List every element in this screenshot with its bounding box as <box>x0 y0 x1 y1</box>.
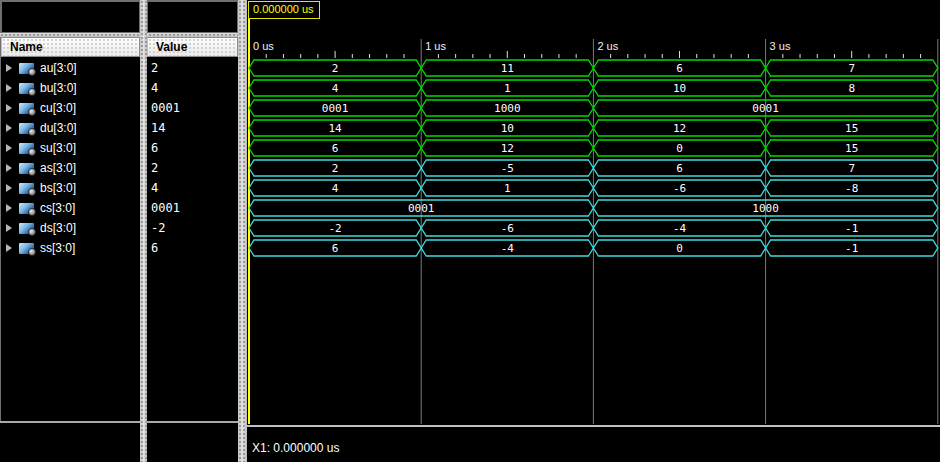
bus-segment-value: 0001 <box>322 102 349 115</box>
bus-signal-icon <box>19 223 34 234</box>
bus-segment-value: 6 <box>676 162 683 175</box>
ruler-time-label: 1 us <box>425 40 446 52</box>
signal-name-label: ss[3:0] <box>40 241 75 255</box>
signal-current-value: -2 <box>147 218 238 238</box>
expand-arrow-icon[interactable] <box>6 144 12 152</box>
ruler-time-label: 2 us <box>597 40 618 52</box>
signal-row[interactable]: du[3:0] <box>1 118 140 138</box>
bus-segment-value: 1 <box>504 182 511 195</box>
bus-signal-icon <box>19 183 34 194</box>
value-wave-splitter[interactable] <box>238 0 247 462</box>
name-panel-toolbar-area <box>1 1 140 33</box>
bus-signal-icon <box>19 243 34 254</box>
expand-arrow-icon[interactable] <box>6 104 12 112</box>
signal-current-value: 0001 <box>147 98 238 118</box>
time-cursor-line[interactable] <box>248 17 250 424</box>
bus-segment-value: -4 <box>501 242 515 255</box>
expand-arrow-icon[interactable] <box>6 244 12 252</box>
waveform-canvas[interactable]: 0 us1 us2 us3 us211674110800011000000114… <box>247 0 940 427</box>
bus-segment-value: -2 <box>328 222 341 235</box>
bus-segment-value: 4 <box>332 82 339 95</box>
signal-name-label: as[3:0] <box>40 161 76 175</box>
expand-arrow-icon[interactable] <box>6 124 12 132</box>
bus-segment-value: 7 <box>848 62 855 75</box>
bus-segment-value: -6 <box>501 222 514 235</box>
bus-segment-value: 2 <box>332 162 339 175</box>
signal-row[interactable]: as[3:0] <box>1 158 140 178</box>
bus-segment-value: -8 <box>845 182 858 195</box>
bus-segment-value: -6 <box>673 182 686 195</box>
signal-row[interactable]: cu[3:0] <box>1 98 140 118</box>
bus-segment-value: 4 <box>332 182 339 195</box>
signal-current-value: 4 <box>147 78 238 98</box>
expand-arrow-icon[interactable] <box>6 204 12 212</box>
bus-segment-value: 10 <box>673 82 686 95</box>
expand-arrow-icon[interactable] <box>6 64 12 72</box>
expand-arrow-icon[interactable] <box>6 84 12 92</box>
signal-name-label: su[3:0] <box>40 141 76 155</box>
signal-row[interactable]: su[3:0] <box>1 138 140 158</box>
bus-signal-icon <box>19 63 34 74</box>
signal-name-list: au[3:0]bu[3:0]cu[3:0]du[3:0]su[3:0]as[3:… <box>1 58 140 258</box>
bus-segment-value: 12 <box>673 122 686 135</box>
signal-row[interactable]: bu[3:0] <box>1 78 140 98</box>
bus-segment-value: 0 <box>676 142 683 155</box>
name-value-splitter[interactable] <box>140 0 147 462</box>
bus-segment-value: 11 <box>501 62 514 75</box>
bus-segment-value: 15 <box>845 122 858 135</box>
signal-row[interactable]: ss[3:0] <box>1 238 140 258</box>
signal-current-value: 2 <box>147 158 238 178</box>
bus-segment-value: 15 <box>845 142 858 155</box>
bus-segment-value: 12 <box>501 142 514 155</box>
waveform-bottom-divider <box>247 425 940 427</box>
bus-segment-value: 6 <box>332 242 339 255</box>
signal-name-label: bu[3:0] <box>40 81 77 95</box>
expand-arrow-icon[interactable] <box>6 224 12 232</box>
value-panel-toolbar-area <box>147 1 238 33</box>
bus-segment-value: 8 <box>848 82 855 95</box>
bus-segment-value: -5 <box>501 162 514 175</box>
bus-segment-value: 1000 <box>494 102 521 115</box>
name-column-header[interactable]: Name <box>1 37 140 57</box>
ruler-time-label: 3 us <box>770 40 791 52</box>
bus-signal-icon <box>19 103 34 114</box>
bus-segment-value: 6 <box>332 142 339 155</box>
expand-arrow-icon[interactable] <box>6 164 12 172</box>
bus-segment-value: 7 <box>848 162 855 175</box>
bus-segment-value: 6 <box>676 62 683 75</box>
signal-name-label: bs[3:0] <box>40 181 76 195</box>
bus-signal-icon <box>19 143 34 154</box>
bus-signal-icon <box>19 123 34 134</box>
left-panel-bottom-divider <box>0 421 247 423</box>
signal-row[interactable]: cs[3:0] <box>1 198 140 218</box>
signal-value-list: 240001146240001-26 <box>147 58 238 258</box>
cursor-x1-status: X1: 0.000000 us <box>252 441 339 455</box>
signal-current-value: 2 <box>147 58 238 78</box>
bus-segment-value: -1 <box>845 242 858 255</box>
bus-segment-value: -4 <box>673 222 687 235</box>
bus-segment-value: 0 <box>676 242 683 255</box>
signal-current-value: 14 <box>147 118 238 138</box>
bus-segment-value: 1000 <box>752 202 779 215</box>
signal-current-value: 6 <box>147 238 238 258</box>
signal-row[interactable]: bs[3:0] <box>1 178 140 198</box>
bus-segment-value: -1 <box>845 222 858 235</box>
signal-current-value: 4 <box>147 178 238 198</box>
signal-name-label: au[3:0] <box>40 61 77 75</box>
value-column-header[interactable]: Value <box>147 37 238 57</box>
waveform-panel: 0.000000 us 0 us1 us2 us3 us211674110800… <box>247 0 940 462</box>
signal-current-value: 0001 <box>147 198 238 218</box>
signal-name-label: du[3:0] <box>40 121 77 135</box>
bus-segment-value: 14 <box>328 122 342 135</box>
expand-arrow-icon[interactable] <box>6 184 12 192</box>
cursor-time-readout: 0.000000 us <box>248 1 320 19</box>
bus-segment-value: 0001 <box>752 102 779 115</box>
signal-name-label: cu[3:0] <box>40 101 76 115</box>
signal-name-label: cs[3:0] <box>40 201 75 215</box>
signal-row[interactable]: au[3:0] <box>1 58 140 78</box>
bus-segment-value: 2 <box>332 62 339 75</box>
bus-signal-icon <box>19 203 34 214</box>
bus-segment-value: 1 <box>504 82 511 95</box>
signal-row[interactable]: ds[3:0] <box>1 218 140 238</box>
ruler-time-label: 0 us <box>253 40 274 52</box>
